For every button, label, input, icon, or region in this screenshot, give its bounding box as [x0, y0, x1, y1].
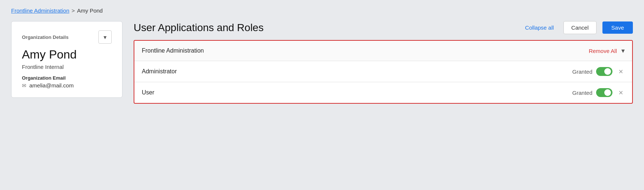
role-actions: Granted ✕: [572, 67, 625, 76]
app-section-chevron[interactable]: ▾: [621, 47, 625, 55]
breadcrumb-separator: >: [72, 7, 75, 14]
role-rows-container: Administrator Granted ✕ User Granted ✕: [134, 61, 632, 103]
left-card: Organization Details ▾ Amy Pond Frontlin…: [11, 21, 122, 98]
org-email-label: Organization Email: [22, 75, 112, 81]
right-panel-header: User Applications and Roles Collapse all…: [134, 21, 633, 34]
role-remove-button[interactable]: ✕: [617, 68, 625, 75]
panel-title: User Applications and Roles: [134, 22, 516, 34]
user-name: Amy Pond: [22, 47, 112, 61]
app-name: Frontline Administration: [142, 47, 589, 54]
org-email-row: ✉ amelia@mail.com: [22, 82, 112, 89]
role-toggle[interactable]: [596, 67, 612, 76]
chevron-down-icon: ▾: [104, 34, 107, 41]
org-name: Frontline Internal: [22, 64, 112, 70]
breadcrumb-link[interactable]: Frontline Administration: [11, 7, 69, 14]
collapse-all-button[interactable]: Collapse all: [522, 22, 558, 33]
role-name: Administrator: [142, 68, 572, 75]
cancel-button[interactable]: Cancel: [563, 21, 596, 34]
role-name: User: [142, 89, 572, 96]
role-row: User Granted ✕: [134, 82, 632, 103]
email-icon: ✉: [22, 83, 26, 89]
toggle-slider: [596, 67, 612, 76]
role-status: Granted: [572, 90, 592, 96]
org-email-value: amelia@mail.com: [29, 82, 73, 89]
org-details-collapse-button[interactable]: ▾: [98, 30, 112, 44]
apps-table: Frontline Administration Remove All ▾ Ad…: [134, 40, 633, 104]
role-remove-button[interactable]: ✕: [617, 89, 625, 96]
org-details-header: Organization Details ▾: [22, 30, 112, 44]
breadcrumb-current: Amy Pond: [77, 7, 103, 14]
role-row: Administrator Granted ✕: [134, 61, 632, 82]
main-layout: Organization Details ▾ Amy Pond Frontlin…: [11, 21, 633, 104]
toggle-slider: [596, 88, 612, 97]
save-button[interactable]: Save: [602, 21, 633, 34]
org-details-label: Organization Details: [22, 34, 69, 40]
right-panel: User Applications and Roles Collapse all…: [134, 21, 633, 104]
app-header-row: Frontline Administration Remove All ▾: [134, 41, 632, 61]
role-actions: Granted ✕: [572, 88, 625, 97]
remove-all-button[interactable]: Remove All: [589, 48, 617, 54]
role-toggle[interactable]: [596, 88, 612, 97]
role-status: Granted: [572, 69, 592, 75]
breadcrumb: Frontline Administration > Amy Pond: [11, 7, 633, 14]
